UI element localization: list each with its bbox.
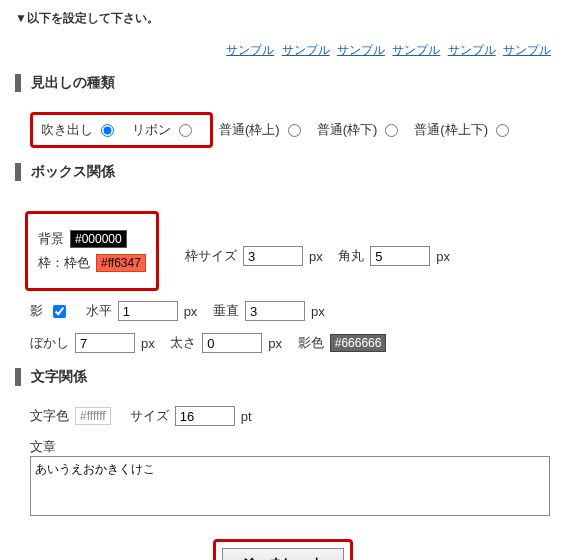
unit-px: px [309,249,323,264]
radio-ribbon-label: リボン [132,121,171,139]
box-colors-highlighted: 背景 #000000 枠：枠色 #ff6347 [25,211,159,291]
blur-input[interactable] [75,333,135,353]
unit-px: px [311,304,325,319]
shadow-color-swatch[interactable]: #666666 [330,334,387,352]
radio-frame-top-label: 普通(枠上) [219,121,280,139]
sample-link[interactable]: サンプル [503,43,551,57]
border-size-input[interactable] [243,246,303,266]
radio-frame-both-label: 普通(枠上下) [414,121,488,139]
sample-links: サンプル サンプル サンプル サンプル サンプル サンプル [15,42,551,59]
radio-frame-top[interactable] [288,124,301,137]
shadow-label: 影 [30,302,43,320]
font-size-label: サイズ [130,407,169,425]
radio-frame-bottom[interactable] [385,124,398,137]
section-text: 文字関係 [15,368,551,386]
text-color-swatch[interactable]: #ffffff [75,407,111,425]
generate-button[interactable]: ジェネレート [222,548,344,560]
sample-link[interactable]: サンプル [448,43,496,57]
unit-px: px [268,336,282,351]
section-heading-type: 見出しの種類 [15,74,551,92]
radio-frame-both[interactable] [496,124,509,137]
radius-input[interactable] [370,246,430,266]
horiz-label: 水平 [86,302,112,320]
generate-highlighted: ジェネレート [213,539,353,560]
shadow-checkbox[interactable] [53,305,66,318]
heading-type-highlighted: 吹き出し リボン [30,112,213,148]
bg-label: 背景 [38,230,64,248]
radio-ribbon[interactable] [179,124,192,137]
text-color-label: 文字色 [30,407,69,425]
text-content-input[interactable] [30,456,550,516]
text-content-label: 文章 [30,439,56,454]
spread-label: 太さ [170,334,196,352]
font-size-input[interactable] [175,406,235,426]
unit-px: px [184,304,198,319]
sample-link[interactable]: サンプル [337,43,385,57]
section-box: ボックス関係 [15,163,551,181]
horiz-input[interactable] [118,301,178,321]
vert-label: 垂直 [213,302,239,320]
border-size-label: 枠サイズ [185,247,237,265]
sample-link[interactable]: サンプル [392,43,440,57]
radio-balloon-label: 吹き出し [41,121,93,139]
blur-label: ぼかし [30,334,69,352]
border-color-label: 枠：枠色 [38,254,90,272]
bg-color-swatch[interactable]: #000000 [70,230,127,248]
radius-label: 角丸 [338,247,364,265]
shadow-color-label: 影色 [298,334,324,352]
border-color-swatch[interactable]: #ff6347 [96,254,146,272]
radio-balloon[interactable] [101,124,114,137]
unit-px: px [141,336,155,351]
spread-input[interactable] [202,333,262,353]
radio-frame-bottom-label: 普通(枠下) [317,121,378,139]
unit-px: px [436,249,450,264]
unit-pt: pt [241,409,252,424]
sample-link[interactable]: サンプル [282,43,330,57]
vert-input[interactable] [245,301,305,321]
header-note: ▼以下を設定して下さい。 [15,10,551,27]
sample-link[interactable]: サンプル [226,43,274,57]
